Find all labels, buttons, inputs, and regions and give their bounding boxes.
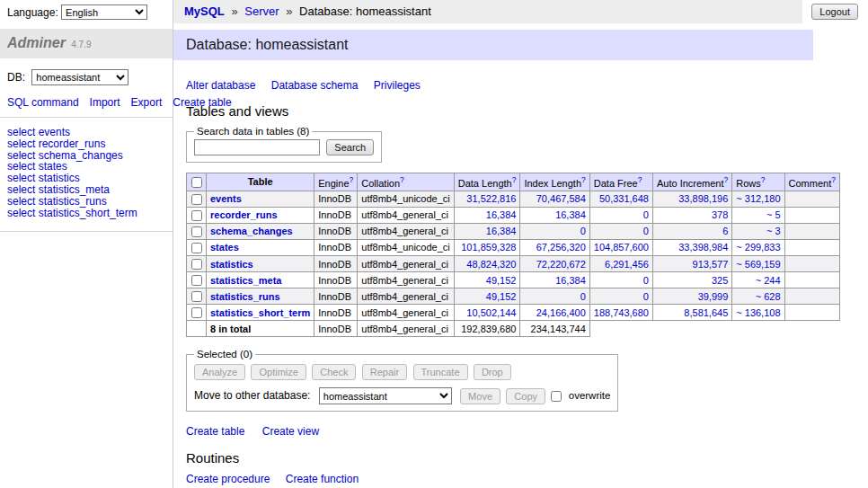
index-length-link[interactable]: 24,166,400 <box>536 307 586 318</box>
doc-link-icon[interactable]: ? <box>400 175 404 184</box>
sidebar-link-export[interactable]: Export <box>131 96 163 109</box>
rows-count-link[interactable]: ~ 569,159 <box>736 259 780 270</box>
row-select-checkbox[interactable] <box>191 259 202 270</box>
index-length-link[interactable]: 72,220,672 <box>536 259 586 270</box>
doc-link-icon[interactable]: ? <box>831 175 836 184</box>
table-name-link[interactable]: states <box>210 242 239 253</box>
auto-increment-link[interactable]: 8,581,645 <box>684 307 728 318</box>
data-length-link[interactable]: 16,384 <box>486 209 517 220</box>
index-length-link[interactable]: 67,256,320 <box>536 242 586 253</box>
data-free-link[interactable]: 0 <box>643 275 649 286</box>
search-input[interactable] <box>194 139 320 155</box>
doc-link-icon[interactable]: ? <box>638 175 642 184</box>
row-select-checkbox[interactable] <box>191 210 202 221</box>
row-select-checkbox[interactable] <box>191 291 202 302</box>
row-select-checkbox[interactable] <box>191 226 202 237</box>
auto-increment-link[interactable]: 6 <box>722 226 728 236</box>
db-select[interactable]: homeassistant <box>31 69 128 85</box>
sidebar-item-select-events[interactable]: select events <box>7 127 165 138</box>
rows-count-link[interactable]: ~ 5 <box>766 209 781 220</box>
sidebar-link-import[interactable]: Import <box>90 96 120 109</box>
index-length-link[interactable]: 0 <box>580 291 586 302</box>
truncate-button[interactable]: Truncate <box>413 364 468 380</box>
data-length-cell: 101,859,328 <box>454 239 520 255</box>
alter-database-link[interactable]: Alter database <box>186 79 255 92</box>
doc-link-icon[interactable]: ? <box>724 175 729 184</box>
auto-increment-link[interactable]: 325 <box>712 275 728 286</box>
auto-increment-link[interactable]: 913,577 <box>693 259 729 270</box>
drop-button[interactable]: Drop <box>474 364 511 380</box>
check-button[interactable]: Check <box>312 364 356 380</box>
data-length-link[interactable]: 48,824,320 <box>466 259 516 270</box>
auto-increment-link[interactable]: 33,398,984 <box>678 242 728 253</box>
doc-link-icon[interactable]: ? <box>761 175 766 184</box>
rows-count-link[interactable]: ~ 136,108 <box>736 307 780 318</box>
auto-increment-link[interactable]: 378 <box>712 209 728 220</box>
index-length-link[interactable]: 70,467,584 <box>536 193 586 204</box>
table-name-link[interactable]: events <box>210 193 242 204</box>
data-free-link[interactable]: 50,331,648 <box>599 193 649 204</box>
rows-count-link[interactable]: ~ 244 <box>756 275 781 286</box>
data-length-link[interactable]: 49,152 <box>486 275 517 286</box>
table-name-link[interactable]: statistics_meta <box>210 275 282 286</box>
doc-link-icon[interactable]: ? <box>512 175 517 184</box>
create-table-link[interactable]: Create table <box>186 425 244 438</box>
row-select-checkbox[interactable] <box>191 275 202 286</box>
table-name-link[interactable]: recorder_runs <box>210 209 278 220</box>
sidebar-item-select-statistics-meta[interactable]: select statistics_meta <box>7 184 165 196</box>
sidebar-link-sql-command[interactable]: SQL command <box>7 96 79 109</box>
breadcrumb-link-server[interactable]: Server <box>244 4 279 18</box>
data-free-link[interactable]: 0 <box>643 209 649 220</box>
copy-button[interactable]: Copy <box>506 388 545 404</box>
row-select-checkbox[interactable] <box>191 194 202 205</box>
data-free-link[interactable]: 104,857,600 <box>594 242 649 253</box>
table-name-link[interactable]: statistics_short_term <box>210 307 310 318</box>
language-select[interactable]: English <box>61 4 147 20</box>
row-select-checkbox[interactable] <box>191 307 202 318</box>
rows-count-link[interactable]: ~ 628 <box>756 291 781 302</box>
data-length-link[interactable]: 16,384 <box>486 226 517 236</box>
auto-increment-link[interactable]: 33,898,196 <box>678 193 728 204</box>
logout-button[interactable]: Logout <box>811 4 858 20</box>
move-db-select[interactable]: homeassistant <box>319 387 452 404</box>
doc-link-icon[interactable]: ? <box>350 175 354 184</box>
data-length-link[interactable]: 10,502,144 <box>466 307 516 318</box>
rows-count-link[interactable]: ~ 299,833 <box>736 242 780 253</box>
data-length-link[interactable]: 31,522,816 <box>466 193 516 204</box>
data-free-link[interactable]: 0 <box>643 291 649 302</box>
data-free-link[interactable]: 6,291,456 <box>605 259 649 270</box>
data-length-link[interactable]: 101,859,328 <box>461 242 516 253</box>
data-free-link[interactable]: 0 <box>643 226 649 236</box>
doc-link-icon[interactable]: ? <box>581 175 586 184</box>
overwrite-label[interactable]: overwrite <box>569 390 611 401</box>
overwrite-checkbox[interactable] <box>551 391 562 402</box>
breadcrumb-link-mysql[interactable]: MySQL <box>184 4 225 18</box>
sidebar-item-select-recorder-runs[interactable]: select recorder_runs <box>7 138 165 150</box>
table-name-link[interactable]: statistics_runs <box>210 291 280 302</box>
move-button[interactable]: Move <box>460 388 500 404</box>
privileges-link[interactable]: Privileges <box>374 79 421 92</box>
rows-count-link[interactable]: ~ 3 <box>766 226 781 236</box>
create-view-link[interactable]: Create view <box>262 425 319 438</box>
repair-button[interactable]: Repair <box>362 364 407 380</box>
row-select-checkbox[interactable] <box>191 243 202 253</box>
rows-count-link[interactable]: ~ 312,180 <box>736 193 780 204</box>
auto-increment-link[interactable]: 39,999 <box>698 291 729 302</box>
index-length-link[interactable]: 16,384 <box>555 275 586 286</box>
table-row: statisticsInnoDButf8mb4_general_ci48,824… <box>187 256 840 272</box>
data-length-link[interactable]: 49,152 <box>486 291 517 302</box>
index-length-link[interactable]: 16,384 <box>555 209 586 220</box>
table-name-link[interactable]: statistics <box>210 259 253 270</box>
select-all-checkbox[interactable] <box>191 177 202 188</box>
database-schema-link[interactable]: Database schema <box>271 79 359 92</box>
data-free-link[interactable]: 188,743,680 <box>594 307 649 318</box>
sidebar-item-select-statistics-runs[interactable]: select statistics_runs <box>7 196 165 208</box>
index-length-link[interactable]: 0 <box>580 226 586 236</box>
analyze-button[interactable]: Analyze <box>194 364 245 380</box>
table-name-link[interactable]: schema_changes <box>210 226 293 236</box>
create-procedure-link[interactable]: Create procedure <box>186 473 270 485</box>
sidebar-item-select-statistics-short-term[interactable]: select statistics_short_term <box>7 208 165 219</box>
search-button[interactable]: Search <box>326 139 374 155</box>
create-function-link[interactable]: Create function <box>286 473 359 485</box>
optimize-button[interactable]: Optimize <box>251 364 306 380</box>
